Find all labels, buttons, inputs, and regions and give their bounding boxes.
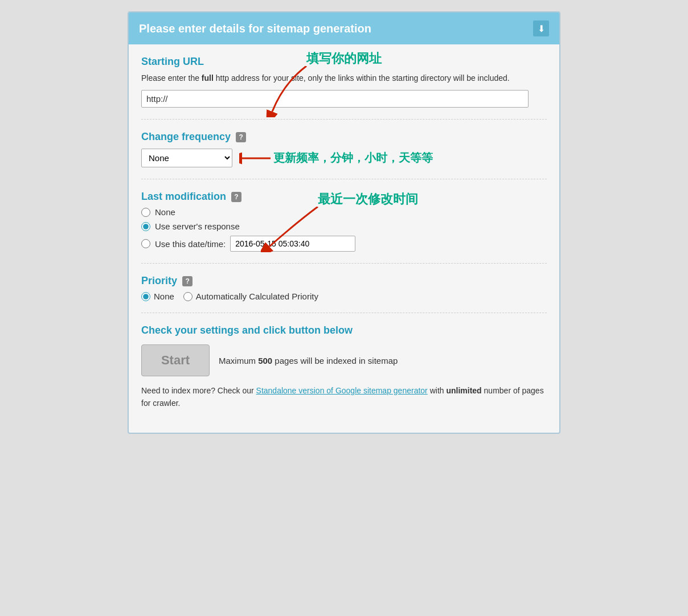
lm-none-row: None — [141, 207, 547, 217]
frequency-select[interactable]: None Always Hourly Daily Weekly Monthly … — [141, 149, 232, 167]
lm-none-radio[interactable] — [141, 208, 150, 217]
priority-none-radio[interactable] — [141, 292, 150, 301]
check-settings-title: Check your settings and click button bel… — [141, 325, 547, 336]
standalone-link[interactable]: Standalone version of Google sitemap gen… — [256, 386, 428, 395]
starting-url-label: Starting URL — [141, 56, 547, 68]
change-frequency-help-icon[interactable]: ? — [236, 132, 246, 142]
last-modification-label: Last modification ? — [141, 191, 547, 203]
freq-annotation-chinese: 更新频率，分钟，小时，天等等 — [273, 150, 433, 166]
start-button[interactable]: Start — [141, 344, 210, 376]
last-modification-section: 最近一次修改时间 Last modification ? — [141, 191, 547, 264]
lm-server-radio[interactable] — [141, 222, 150, 231]
lm-date-label: Use this date/time: — [155, 239, 226, 249]
footer-text: Need to index more? Check our Standalone… — [141, 384, 547, 410]
dialog-body: 填写你的网址 Starting URL Please enter the ful… — [129, 44, 559, 433]
priority-help-icon[interactable]: ? — [182, 276, 193, 286]
lm-date-radio[interactable] — [141, 239, 150, 248]
priority-auto-radio[interactable] — [183, 292, 193, 301]
max-pages-text: Maximum 500 pages will be indexed in sit… — [219, 356, 398, 366]
lm-server-label: Use server's response — [155, 221, 240, 231]
collapse-button[interactable]: ⬇ — [533, 20, 549, 36]
check-settings-section: Check your settings and click button bel… — [141, 325, 547, 421]
freq-arrow-svg — [239, 150, 273, 167]
dialog-header: Please enter details for sitemap generat… — [129, 13, 559, 44]
start-row: Start Maximum 500 pages will be indexed … — [141, 344, 547, 376]
change-frequency-section: Change frequency ? None Always Hourly Da… — [141, 131, 547, 179]
priority-radio-group: None Automatically Calculated Priority — [141, 291, 547, 301]
starting-url-section: 填写你的网址 Starting URL Please enter the ful… — [141, 56, 547, 120]
priority-none-label: None — [154, 291, 174, 301]
starting-url-desc: Please enter the full http address for y… — [141, 72, 547, 84]
priority-section: Priority ? None Automatically Calculated… — [141, 275, 547, 313]
lm-none-label: None — [155, 207, 175, 217]
change-frequency-label: Change frequency ? — [141, 131, 547, 143]
last-modification-help-icon[interactable]: ? — [231, 192, 241, 202]
priority-auto-option: Automatically Calculated Priority — [183, 291, 318, 301]
priority-auto-label: Automatically Calculated Priority — [196, 291, 318, 301]
date-time-input[interactable]: 2016-05-15 05:03:40 — [230, 236, 355, 252]
lm-server-row: Use server's response — [141, 221, 547, 231]
dialog: Please enter details for sitemap generat… — [128, 11, 560, 434]
priority-label: Priority ? — [141, 275, 547, 287]
priority-none-option: None — [141, 291, 174, 301]
dialog-title: Please enter details for sitemap generat… — [139, 22, 371, 35]
lm-date-row: Use this date/time: 2016-05-15 05:03:40 — [141, 236, 547, 252]
last-modification-radio-group: None Use server's response Use this date… — [141, 207, 547, 252]
url-input[interactable]: http:// — [141, 90, 529, 108]
